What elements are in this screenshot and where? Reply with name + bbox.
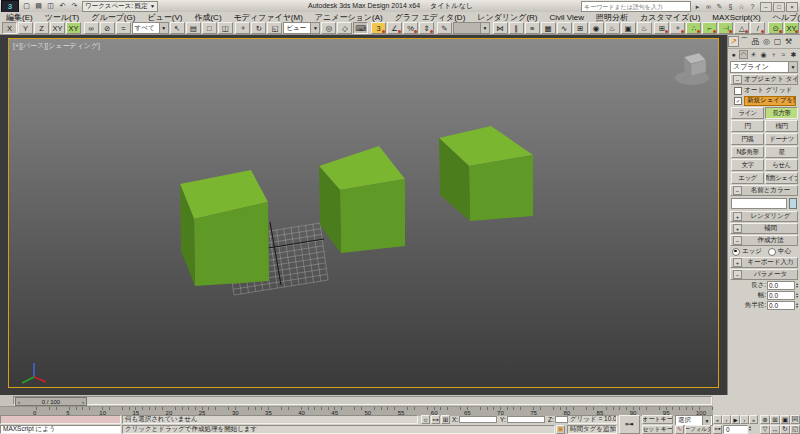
go-to-start-button[interactable]: « [713,415,722,424]
tab-motion[interactable]: ◎ [761,36,772,47]
collapse-icon[interactable]: − [733,186,742,195]
zoom-extents-all-icon[interactable]: 回 [790,415,800,424]
previous-frame-button[interactable]: ‹ [722,415,731,424]
object-type-button-断面シェイプ[interactable]: 断面シェイプ [765,172,798,184]
snap-endpoint-icon[interactable]: ⌐ [702,22,717,34]
rollout-name-color[interactable]: − 名前とカラー [730,185,798,196]
object-type-button-らせん[interactable]: らせん [765,159,798,171]
lock-selection-icon[interactable]: ⊶ [431,415,440,424]
close-button[interactable]: × [786,2,798,12]
zoom-extents-icon[interactable]: ▣ [780,415,790,424]
object-type-button-円[interactable]: 円 [731,120,764,132]
perspective-viewport[interactable]: [+][パース][シェーディング] [8,38,719,388]
category-geometry-icon[interactable]: ● [729,50,738,59]
schematic-view-icon[interactable]: ⊞ [573,22,588,34]
minimize-button[interactable]: – [760,2,772,12]
play-button[interactable]: ▶ [731,415,740,424]
isolate-selection-icon[interactable]: ☼ [421,415,430,424]
x-coord-field[interactable] [459,416,497,423]
expand-icon[interactable]: + [733,224,742,233]
object-type-button-エッグ[interactable]: エッグ [731,172,764,184]
box-left[interactable] [180,170,269,286]
select-by-name-icon[interactable]: ▤ [186,22,201,34]
collapse-icon[interactable]: − [733,270,742,279]
expand-icon[interactable]: + [733,212,742,221]
search-input[interactable] [581,1,691,12]
parameter-spinner[interactable]: ▴▾ [796,282,798,289]
object-type-button-文字[interactable]: 文字 [731,159,764,171]
bind-to-space-warp-icon[interactable]: ≈ [116,22,131,34]
add-time-tag[interactable]: 時間タグを追加 [567,425,617,434]
constraint-y-button[interactable]: Y [18,22,33,34]
tab-create[interactable]: ↗ [728,36,739,47]
reference-coordinate-system-dropdown[interactable]: ビュー▼ [283,22,320,34]
previous-frame-arrow[interactable]: ‹ [18,399,20,405]
layer-manager-icon[interactable]: ≡ [525,22,540,34]
y-coord-field[interactable] [507,416,545,423]
rollout-parameters[interactable]: − パラメータ [730,269,798,280]
rectangular-selection-region-icon[interactable]: □ [202,22,217,34]
object-type-button-円弧[interactable]: 円弧 [731,133,764,145]
menu-item[interactable]: MAXScript(X) [706,13,766,22]
category-lights-icon[interactable]: ☀ [749,50,758,59]
use-pivot-point-center-icon[interactable]: ◎ [321,22,336,34]
rendered-frame-window-icon[interactable]: ▣ [621,22,636,34]
maxscript-mini-listener[interactable]: MAXScript によう [0,425,121,434]
object-color-swatch[interactable] [789,198,797,209]
parameter-spinner[interactable]: ▴▾ [796,302,798,309]
next-frame-button[interactable]: › [740,415,749,424]
keyboard-shortcut-override-icon[interactable]: ⌨ [353,22,368,34]
percent-snap-icon[interactable]: % [403,22,418,34]
maximize-viewport-icon[interactable]: ◱ [790,425,800,434]
rollout-keyboard-entry[interactable]: + キーボード入力 [730,257,798,268]
rollout-interpolation[interactable]: + 補間 [730,223,798,234]
object-type-button-長方形[interactable]: 長方形 [765,107,798,119]
object-type-button-ライン[interactable]: ライン [731,107,764,119]
menu-item[interactable]: アニメーション(A) [309,12,389,23]
expand-icon[interactable]: + [733,258,742,267]
orbit-icon[interactable]: ↻ [780,425,790,434]
snap-edge-icon[interactable]: / [750,22,765,34]
snap-toggle-3d-icon[interactable]: 3 [371,22,386,34]
snap-axis-xy-icon[interactable]: XY [784,22,799,34]
zoom-all-icon[interactable]: ⊞ [770,415,780,424]
menu-item[interactable]: Civil View [544,13,591,22]
angle-snap-icon[interactable]: ∠ [387,22,402,34]
menu-item[interactable]: グラフ エディタ(D) [389,12,472,23]
favorites-icon[interactable]: ☆ [737,2,746,11]
parameter-field[interactable]: 0.0 [767,281,795,290]
menu-item[interactable]: レンダリング(R) [471,12,543,23]
unlink-selection-icon[interactable]: ⊘ [100,22,115,34]
time-slider-track[interactable]: ‹ 0 / 100 › [13,396,712,405]
menu-item[interactable]: 作成(C) [188,12,227,23]
select-and-rotate-icon[interactable]: ↻ [251,22,266,34]
spinner-snap-icon[interactable]: ⇕ [419,22,434,34]
radio-edge[interactable]: エッジ [732,247,762,256]
auto-key-button[interactable]: オートキー [642,415,673,424]
curve-editor-icon[interactable]: ∿ [557,22,572,34]
zoom-icon[interactable]: ⊕ [760,415,770,424]
tab-display[interactable]: ▢ [772,36,783,47]
snap-pivot-icon[interactable]: ＋ [670,22,685,34]
constraint-xy-button[interactable]: XY [50,22,65,34]
workspace-dropdown[interactable]: ワークスペース: 既定 ▼ [82,1,158,12]
current-frame-field[interactable]: 0 [723,425,748,434]
help-icon[interactable]: ? [748,2,757,11]
object-name-input[interactable] [731,198,787,209]
select-and-scale-icon[interactable]: ◱ [267,22,282,34]
constraint-x-button[interactable]: X [2,22,17,34]
render-setup-icon[interactable]: ♨ [605,22,620,34]
exchange-apps-icon[interactable]: § [726,2,735,11]
scene-canvas[interactable] [9,39,718,387]
select-and-manipulate-icon[interactable]: ◇ [337,22,352,34]
snap-face-icon[interactable]: △ [734,22,749,34]
select-and-link-icon[interactable]: ∞ [84,22,99,34]
category-helpers-icon[interactable]: ＋ [769,50,778,59]
autogrid-checkbox[interactable] [734,87,742,95]
set-key-button[interactable]: セットキー [642,425,673,434]
menu-item[interactable]: 編集(E) [0,12,39,23]
start-new-shape-checkbox[interactable]: ✓ [734,97,742,105]
parameter-spinner[interactable]: ▴▾ [796,292,798,299]
snap-midpoint-icon[interactable]: ⊣ [718,22,733,34]
subcategory-dropdown[interactable]: スプライン ▼ [730,61,798,73]
